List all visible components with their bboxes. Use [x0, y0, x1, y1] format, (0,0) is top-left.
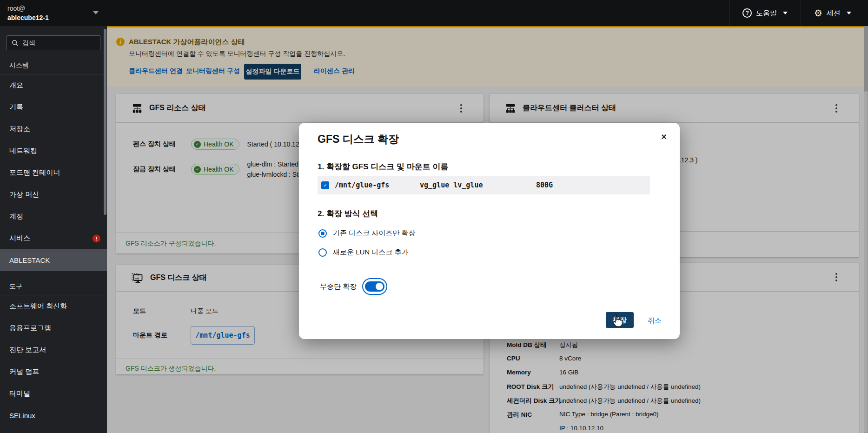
gfs-disk-expand-dialog: GFS 디스크 확장 × 1. 확장할 GFS 디스크 및 마운트 이름 ✓ /…	[299, 123, 680, 339]
status-badge: !	[93, 234, 100, 242]
option-add-new-lun[interactable]: 새로운 LUN 디스크 추가	[318, 248, 409, 257]
sidebar-item-networking[interactable]: 네트워킹	[0, 140, 107, 162]
confirm-expand-button[interactable]: 확장	[606, 312, 634, 328]
search-icon	[12, 40, 19, 47]
search-input[interactable]	[22, 39, 95, 47]
sidebar-item-applications[interactable]: 응용프로그램	[0, 317, 107, 339]
disk-size: 800G	[536, 181, 553, 189]
sidebar-item-accounts[interactable]: 계정	[0, 206, 107, 227]
toggle-switch-on[interactable]	[362, 278, 387, 295]
nav-section-system: 시스템	[0, 54, 107, 74]
radio-selected-icon[interactable]	[318, 229, 327, 238]
radio-icon[interactable]	[318, 248, 327, 257]
sidebar-item-virtual-machines[interactable]: 가상 머신	[0, 184, 107, 206]
disk-mount: /mnt/glue-gfs	[335, 181, 420, 189]
sidebar-search[interactable]	[7, 35, 100, 50]
sidebar-item-podman[interactable]: 포드맨 컨테이너	[0, 162, 107, 184]
help-menu[interactable]: ? 도움말	[729, 0, 801, 26]
sidebar-item-ablestack[interactable]: ABLESTACK	[0, 249, 107, 271]
top-bar: root@ ablecube12-1 ? 도움말 ⚙ 세션	[0, 0, 868, 26]
option-label: 새로운 LUN 디스크 추가	[333, 248, 409, 257]
option-resize-existing[interactable]: 기존 디스크 사이즈만 확장	[318, 229, 416, 238]
sidebar-item-selinux[interactable]: SELinux	[0, 405, 107, 426]
disk-volume: vg_glue lv_glue	[420, 181, 536, 189]
sidebar-item-services[interactable]: 서비스 !	[0, 227, 107, 249]
host-user: root@	[7, 4, 49, 13]
dialog-section-2: 2. 확장 방식 선택	[318, 208, 378, 219]
dialog-title: GFS 디스크 확장	[318, 132, 399, 147]
question-circle-icon: ?	[742, 8, 752, 18]
disk-select-row[interactable]: ✓ /mnt/glue-gfs vg_glue lv_glue 800G	[318, 176, 650, 194]
sidebar-item-diagnostic-reports[interactable]: 진단 보고서	[0, 339, 107, 361]
dialog-section-1: 1. 확장할 GFS 디스크 및 마운트 이름	[318, 161, 448, 172]
sidebar-item-kernel-dumps[interactable]: 커널 덤프	[0, 361, 107, 383]
host-name: ablecube12-1	[7, 13, 49, 22]
nav-section-tools: 도구	[0, 271, 107, 295]
option-label: 기존 디스크 사이즈만 확장	[333, 229, 416, 238]
gear-icon: ⚙	[814, 8, 822, 18]
cancel-link[interactable]: 취소	[648, 316, 662, 325]
sidebar-item-logs[interactable]: 기록	[0, 96, 107, 118]
toggle-label: 무중단 확장	[320, 282, 357, 291]
chevron-down-icon[interactable]	[93, 11, 99, 14]
chevron-down-icon	[847, 12, 851, 14]
sidebar-item-terminal[interactable]: 터미널	[0, 383, 107, 405]
sidebar: 시스템 개요 기록 저장소 네트워킹 포드맨 컨테이너 가상 머신 계정 서비스…	[0, 26, 107, 433]
checkbox-checked-icon[interactable]: ✓	[321, 181, 329, 189]
sidebar-item-software-updates[interactable]: 소프트웨어 최신화	[0, 295, 107, 317]
sidebar-scrollbar[interactable]	[104, 29, 106, 215]
nonstop-expand-row: 무중단 확장	[320, 278, 387, 295]
session-menu[interactable]: ⚙ 세션	[801, 0, 864, 26]
sidebar-item-storage[interactable]: 저장소	[0, 118, 107, 140]
chevron-down-icon	[783, 12, 788, 14]
sidebar-item-overview[interactable]: 개요	[0, 74, 107, 96]
help-label: 도움말	[756, 9, 777, 18]
close-icon[interactable]: ×	[661, 132, 667, 141]
host-switcher[interactable]: root@ ablecube12-1	[7, 4, 49, 23]
session-label: 세션	[827, 9, 841, 18]
